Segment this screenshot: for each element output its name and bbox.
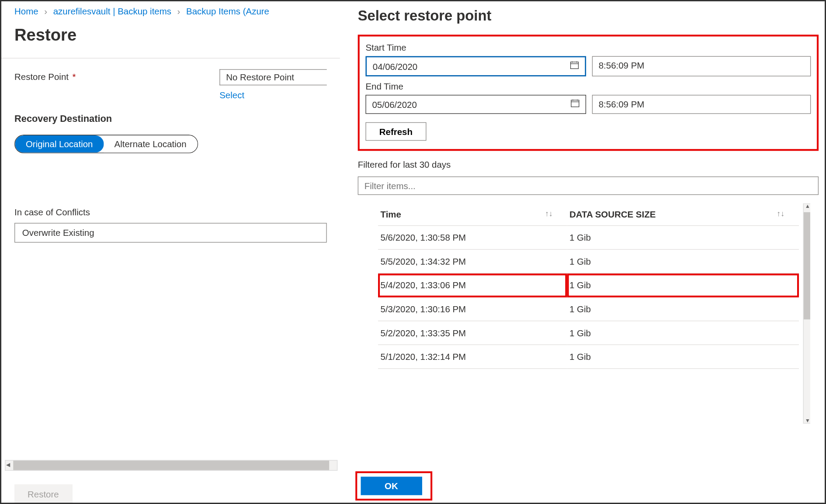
- cell-size: 1 Gib: [567, 321, 798, 345]
- cell-time: 5/2/2020, 1:33:35 PM: [378, 321, 567, 345]
- cell-time: 5/3/2020, 1:30:16 PM: [378, 297, 567, 321]
- end-time-input[interactable]: 8:56:09 PM: [592, 95, 811, 114]
- restore-points-table: Time↑↓ DATA SOURCE SIZE↑↓ 5/6/2020, 1:30…: [378, 203, 799, 369]
- chevron-icon: ›: [177, 6, 180, 16]
- restore-point-label: Restore Point: [14, 72, 69, 82]
- calendar-icon: [571, 99, 580, 110]
- toggle-original-location[interactable]: Original Location: [15, 135, 104, 153]
- panel-title: Select restore point: [358, 7, 819, 24]
- table-row[interactable]: 5/3/2020, 1:30:16 PM1 Gib: [378, 297, 799, 321]
- col-size[interactable]: DATA SOURCE SIZE↑↓: [567, 203, 798, 225]
- svg-rect-4: [571, 100, 579, 107]
- start-date-input[interactable]: 04/06/2020: [365, 56, 586, 76]
- cell-time: 5/1/2020, 1:32:14 PM: [378, 345, 567, 369]
- start-time-input[interactable]: 8:56:09 PM: [592, 56, 811, 76]
- conflicts-dropdown[interactable]: Overwrite Existing: [14, 223, 327, 242]
- table-row[interactable]: 5/4/2020, 1:33:06 PM1 Gib: [378, 273, 799, 297]
- cell-time: 5/4/2020, 1:33:06 PM: [378, 273, 567, 297]
- restore-pane: Restore Restore Point * No Restore Point…: [1, 19, 340, 243]
- restore-button[interactable]: Restore: [14, 484, 72, 504]
- start-time-label: Start Time: [365, 42, 811, 52]
- calendar-icon: [570, 61, 579, 72]
- recovery-destination-label: Recovery Destination: [14, 113, 327, 124]
- cell-size: 1 Gib: [567, 297, 798, 321]
- svg-rect-0: [571, 62, 579, 69]
- vertical-scrollbar[interactable]: [803, 203, 812, 424]
- breadcrumb-items[interactable]: Backup Items (Azure: [186, 6, 269, 16]
- cell-size: 1 Gib: [567, 226, 798, 250]
- sort-icon: ↑↓: [777, 209, 784, 218]
- time-filter-block: Start Time 04/06/2020 8:56:09 PM End Tim…: [358, 35, 819, 151]
- breadcrumb-home[interactable]: Home: [14, 6, 38, 16]
- destination-toggle: Original Location Alternate Location: [14, 135, 198, 153]
- table-row[interactable]: 5/5/2020, 1:34:32 PM1 Gib: [378, 249, 799, 273]
- table-row[interactable]: 5/2/2020, 1:33:35 PM1 Gib: [378, 321, 799, 345]
- horizontal-scrollbar[interactable]: [5, 460, 337, 471]
- filter-items-input[interactable]: [358, 176, 819, 195]
- chevron-icon: ›: [44, 6, 47, 16]
- cell-time: 5/5/2020, 1:34:32 PM: [378, 249, 567, 273]
- select-restore-point-panel: Select restore point Start Time 04/06/20…: [350, 1, 826, 504]
- table-row[interactable]: 5/6/2020, 1:30:58 PM1 Gib: [378, 226, 799, 250]
- table-row[interactable]: 5/1/2020, 1:32:14 PM1 Gib: [378, 345, 799, 369]
- page-title: Restore: [14, 26, 327, 45]
- col-time[interactable]: Time↑↓: [378, 203, 567, 225]
- restore-point-value: No Restore Point: [219, 69, 327, 85]
- cell-time: 5/6/2020, 1:30:58 PM: [378, 226, 567, 250]
- sort-icon: ↑↓: [545, 209, 553, 218]
- breadcrumb-vault[interactable]: azurefilesvault | Backup items: [53, 6, 171, 16]
- filter-summary: Filtered for last 30 days: [358, 159, 819, 169]
- refresh-button[interactable]: Refresh: [365, 122, 426, 141]
- required-asterisk: *: [72, 72, 76, 82]
- end-time-label: End Time: [365, 81, 811, 91]
- ok-button[interactable]: OK: [361, 476, 422, 495]
- cell-size: 1 Gib: [567, 249, 798, 273]
- cell-size: 1 Gib: [567, 345, 798, 369]
- toggle-alternate-location[interactable]: Alternate Location: [104, 135, 197, 153]
- select-restore-point-link[interactable]: Select: [219, 90, 327, 100]
- end-date-input[interactable]: 05/06/2020: [365, 95, 586, 114]
- conflicts-label: In case of Conflicts: [14, 207, 327, 217]
- cell-size: 1 Gib: [567, 273, 798, 297]
